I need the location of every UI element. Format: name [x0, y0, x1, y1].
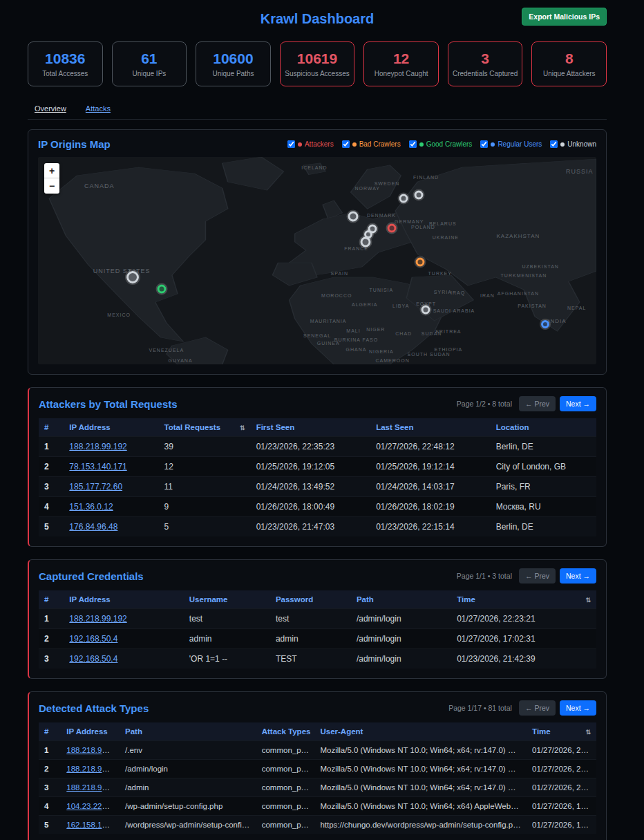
map-marker-attacker[interactable]: [388, 223, 397, 232]
cell-attack-types: common_probes: [256, 816, 315, 834]
sort-icon[interactable]: ⇅: [585, 597, 591, 604]
cell-attack-types: common_probes: [256, 741, 315, 760]
cell-index: 5: [39, 517, 64, 537]
ip-link[interactable]: 151.36.0.12: [69, 502, 113, 512]
column-header-attack-types[interactable]: Attack Types: [256, 722, 315, 741]
cell-path: /admin: [120, 778, 256, 797]
map-marker-unknown[interactable]: [421, 305, 430, 314]
column-header-password[interactable]: Password: [270, 590, 351, 609]
next-page-button[interactable]: Next →: [560, 396, 596, 411]
cell-last-seen: 01/25/2026, 19:12:14: [370, 457, 491, 477]
cell-index: 1: [39, 609, 64, 629]
ip-link[interactable]: 176.84.96.48: [69, 522, 117, 532]
ip-link[interactable]: 162.158.182.104: [66, 821, 120, 829]
stat-card-unique-paths: 10600 Unique Paths: [196, 41, 271, 86]
map-marker-unknown[interactable]: [348, 211, 358, 221]
stat-label: Unique Paths: [198, 70, 268, 77]
column-header-ip[interactable]: IP Address: [64, 418, 158, 437]
map-marker-unknown[interactable]: [364, 230, 372, 239]
stat-value: 3: [451, 50, 520, 67]
legend-checkbox-unknown[interactable]: [550, 140, 558, 148]
cell-index: 3: [39, 477, 64, 497]
tab-attacks[interactable]: Attacks: [86, 104, 111, 113]
legend-checkbox-good-crawlers[interactable]: [409, 140, 417, 148]
cell-total-requests: 9: [159, 497, 251, 517]
column-header-time[interactable]: Time ⇅: [527, 722, 596, 741]
zoom-out-button[interactable]: −: [44, 178, 59, 194]
column-header-path[interactable]: Path: [351, 590, 451, 609]
ip-link[interactable]: 188.218.99.192: [69, 442, 126, 451]
column-header-last-seen[interactable]: Last Seen: [370, 418, 491, 437]
prev-page-button[interactable]: ← Prev: [519, 396, 556, 411]
cell-time: 01/27/2026, 22:23:21: [527, 760, 596, 778]
page-info: Page 1/1 • 3 total: [457, 572, 512, 580]
column-header-total-requests[interactable]: Total Requests ⇅: [159, 418, 251, 437]
map-marker-good[interactable]: [158, 284, 167, 293]
ip-link[interactable]: 185.177.72.60: [69, 482, 122, 492]
cell-password: TEST: [270, 649, 351, 669]
cell-ip: 151.36.0.12: [64, 497, 158, 517]
column-header-index[interactable]: #: [39, 590, 64, 609]
legend-item-unknown: Unknown: [550, 140, 596, 148]
legend-checkbox-bad-crawlers[interactable]: [342, 140, 350, 148]
map-marker-unknown[interactable]: [126, 271, 139, 283]
ip-link[interactable]: 104.23.223.128: [66, 802, 120, 810]
column-header-path[interactable]: Path: [120, 722, 256, 741]
map-marker-unknown[interactable]: [399, 194, 408, 203]
table-row: 2 188.218.99.192 /admin/login common_pro…: [39, 760, 596, 778]
ip-link[interactable]: 188.218.99.192: [66, 746, 120, 754]
tab-bar: Overview Attacks: [28, 104, 607, 120]
ip-link[interactable]: 188.218.99.192: [66, 765, 120, 773]
world-map[interactable]: + − CANADAICELANDRUSSIANORWAYSWEDENFINLA…: [38, 157, 596, 364]
column-header-time[interactable]: Time ⇅: [451, 590, 596, 609]
column-header-location[interactable]: Location: [491, 418, 596, 437]
next-page-button[interactable]: Next →: [560, 568, 596, 584]
column-header-first-seen[interactable]: First Seen: [251, 418, 371, 437]
map-panel-header: IP Origins Map Attackers Bad Crawlers Go…: [38, 138, 596, 150]
ip-link[interactable]: 78.153.140.171: [69, 462, 126, 472]
column-header-username[interactable]: Username: [184, 590, 270, 609]
map-marker-unknown[interactable]: [361, 237, 371, 248]
panel-title: Attackers by Total Requests: [39, 398, 178, 410]
tab-overview[interactable]: Overview: [35, 104, 66, 113]
cell-total-requests: 12: [159, 457, 251, 477]
map-marker-unknown[interactable]: [415, 191, 424, 200]
ip-origins-map-panel: IP Origins Map Attackers Bad Crawlers Go…: [28, 129, 607, 375]
column-header-ip[interactable]: IP Address: [61, 722, 120, 741]
column-header-user-agent[interactable]: User-Agent: [314, 722, 527, 741]
stat-card-suspicious-accesses: 10619 Suspicious Accesses: [280, 41, 355, 86]
column-header-index[interactable]: #: [39, 418, 64, 437]
ip-link[interactable]: 188.218.99.192: [69, 614, 126, 624]
legend-checkbox-attackers[interactable]: [287, 140, 295, 148]
cell-total-requests: 39: [159, 437, 251, 457]
column-header-index[interactable]: #: [39, 722, 61, 741]
column-header-ip[interactable]: IP Address: [64, 590, 184, 609]
stat-value: 10619: [283, 50, 352, 67]
legend-dot-icon: [491, 142, 495, 147]
attack-types-panel-header: Detected Attack Types Page 1/17 • 81 tot…: [39, 700, 596, 716]
cell-index: 5: [39, 816, 61, 834]
dashboard-page: Krawl Dashboard Export Malicious IPs 108…: [28, 0, 607, 840]
attack-types-panel: Detected Attack Types Page 1/17 • 81 tot…: [28, 691, 607, 840]
credentials-pagination: Page 1/1 • 3 total ← Prev Next →: [457, 568, 596, 584]
ip-link[interactable]: 192.168.50.4: [69, 654, 117, 664]
map-marker-bad[interactable]: [415, 257, 424, 266]
legend-checkbox-regular-users[interactable]: [480, 140, 488, 148]
sort-icon[interactable]: ⇅: [585, 729, 591, 736]
credentials-panel: Captured Credentials Page 1/1 • 3 total …: [28, 559, 607, 679]
ip-link[interactable]: 192.168.50.4: [69, 634, 117, 644]
sort-icon[interactable]: ⇅: [240, 424, 245, 431]
next-page-button[interactable]: Next →: [560, 700, 596, 716]
ip-link[interactable]: 188.218.99.192: [66, 783, 120, 792]
export-malicious-ips-button[interactable]: Export Malicious IPs: [522, 8, 607, 26]
cell-location: Paris, FR: [491, 477, 596, 497]
prev-page-button[interactable]: ← Prev: [519, 700, 556, 716]
cell-ip: 176.84.96.48: [64, 517, 158, 537]
cell-index: 2: [39, 457, 64, 477]
stat-value: 61: [115, 50, 184, 67]
cell-time: 01/27/2026, 22:23:21: [451, 609, 596, 629]
prev-page-button[interactable]: ← Prev: [519, 568, 556, 584]
cell-username: 'OR 1=1 --: [184, 649, 270, 669]
map-marker-regular[interactable]: [541, 320, 549, 328]
zoom-in-button[interactable]: +: [44, 163, 59, 178]
